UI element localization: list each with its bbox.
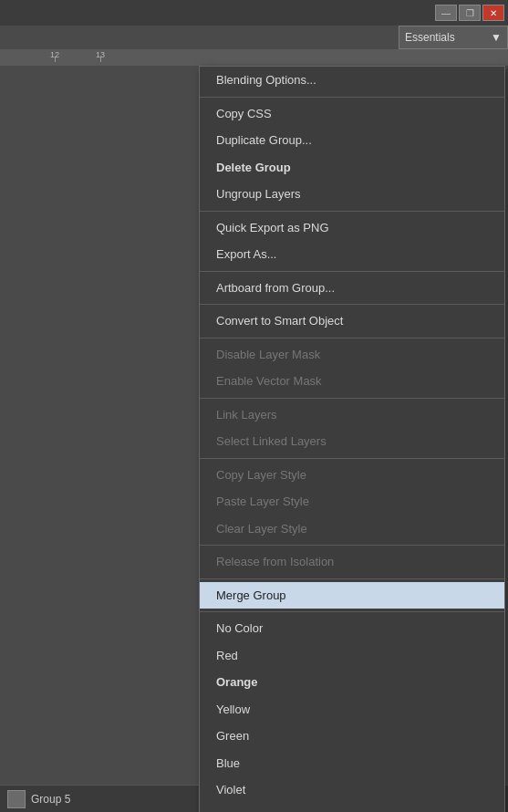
close-button[interactable]: ✕	[482, 5, 504, 21]
menu-separator	[200, 338, 504, 338]
menu-item-blue[interactable]: Blue	[200, 750, 504, 777]
menu-separator	[200, 211, 504, 212]
menu-item-duplicate-group[interactable]: Duplicate Group...	[200, 127, 504, 154]
menu-separator	[200, 97, 504, 98]
menu-item-paste-layer-style: Paste Layer Style	[200, 488, 504, 515]
menu-item-orange[interactable]: Orange	[200, 669, 504, 696]
canvas-area	[0, 66, 201, 812]
menu-separator	[200, 578, 504, 579]
menu-item-delete-group[interactable]: Delete Group	[200, 154, 504, 182]
menu-item-quick-export[interactable]: Quick Export as PNG	[200, 214, 504, 242]
ruler-label-12: 12	[50, 50, 59, 59]
menu-item-copy-layer-style: Copy Layer Style	[200, 462, 504, 489]
menu-item-yellow[interactable]: Yellow	[200, 696, 504, 724]
menu-item-release-from-isolation: Release from Isolation	[200, 548, 504, 576]
essentials-arrow: ▼	[491, 31, 502, 44]
menu-item-ungroup-layers[interactable]: Ungroup Layers	[200, 181, 504, 208]
minimize-button[interactable]: —	[435, 5, 457, 21]
layer-name: Group 5	[31, 793, 70, 806]
menu-item-violet[interactable]: Violet	[200, 776, 504, 804]
ruler: 12 13	[0, 49, 508, 66]
context-menu: Blending Options...Copy CSSDuplicate Gro…	[199, 66, 505, 812]
menu-item-no-color[interactable]: No Color	[200, 615, 504, 642]
menu-item-red[interactable]: Red	[200, 642, 504, 670]
menu-item-export-as[interactable]: Export As...	[200, 241, 504, 268]
menu-separator	[200, 611, 504, 612]
menu-separator	[200, 271, 504, 272]
menu-item-green[interactable]: Green	[200, 723, 504, 750]
menu-item-clear-layer-style: Clear Layer Style	[200, 515, 504, 543]
menu-item-link-layers: Link Layers	[200, 401, 504, 429]
menu-item-enable-vector-mask: Enable Vector Mask	[200, 368, 504, 395]
menu-item-copy-css[interactable]: Copy CSS	[200, 100, 504, 128]
menu-separator	[200, 304, 504, 305]
menu-item-blending-options[interactable]: Blending Options...	[200, 67, 504, 94]
menu-item-convert-smart-object[interactable]: Convert to Smart Object	[200, 307, 504, 335]
menu-item-disable-layer-mask: Disable Layer Mask	[200, 341, 504, 369]
menu-item-gray[interactable]: Gray	[200, 804, 504, 813]
essentials-bar: Essentials ▼	[399, 26, 508, 49]
essentials-dropdown[interactable]: Essentials ▼	[399, 26, 508, 49]
menu-separator	[200, 545, 504, 546]
menu-separator	[200, 458, 504, 459]
essentials-label: Essentials	[405, 31, 455, 44]
menu-separator	[200, 398, 504, 399]
layer-thumbnail	[7, 790, 26, 808]
menu-item-select-linked-layers: Select Linked Layers	[200, 428, 504, 455]
restore-button[interactable]: ❐	[459, 5, 481, 21]
menu-item-merge-group[interactable]: Merge Group	[200, 582, 504, 609]
menu-item-artboard-from-group[interactable]: Artboard from Group...	[200, 275, 504, 302]
title-bar: — ❐ ✕	[0, 0, 508, 26]
ruler-label-13: 13	[96, 50, 105, 59]
